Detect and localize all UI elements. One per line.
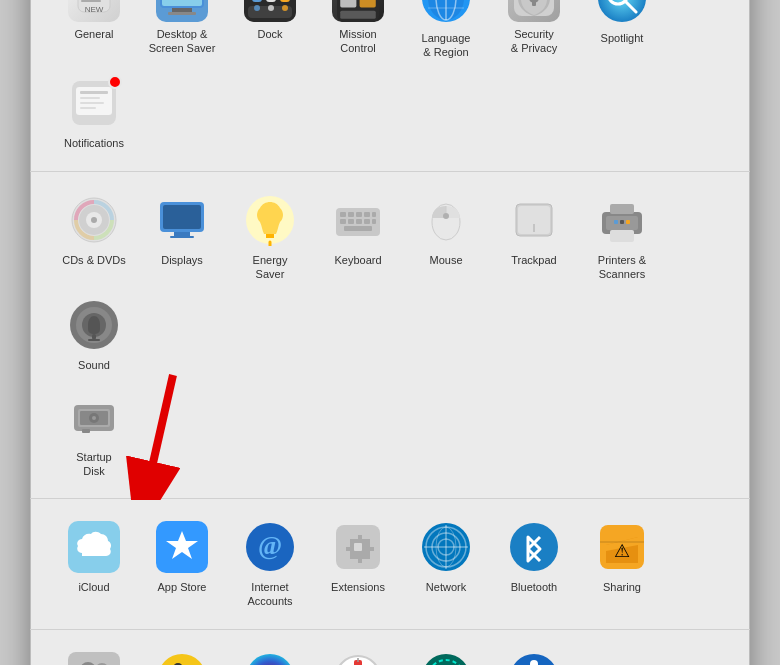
pref-item-startup-disk[interactable]: StartupDisk <box>50 381 138 487</box>
pref-item-trackpad[interactable]: Trackpad <box>490 184 578 290</box>
svg-rect-63 <box>364 219 370 224</box>
parental-controls-icon <box>154 650 210 665</box>
displays-icon <box>154 192 210 248</box>
trackpad-icon <box>506 192 562 248</box>
printers-label: Printers &Scanners <box>598 253 646 282</box>
pref-item-internet-accounts[interactable]: @ InternetAccounts <box>226 511 314 617</box>
svg-point-112 <box>158 654 206 665</box>
language-label: Language& Region <box>422 31 471 60</box>
pref-item-users-groups[interactable]: Users &Groups <box>50 642 138 665</box>
spotlight-label: Spotlight <box>601 31 644 45</box>
pref-item-date-time[interactable]: 18 Date & Time <box>314 642 402 665</box>
internet-accounts-icon: @ <box>242 519 298 575</box>
mission-icon <box>332 0 384 22</box>
svg-rect-77 <box>620 220 624 224</box>
pref-item-accessibility[interactable]: Accessibility <box>490 642 578 665</box>
app-store-label: App Store <box>158 580 207 594</box>
svg-rect-59 <box>372 212 376 217</box>
pref-item-time-machine[interactable]: TimeMachine <box>402 642 490 665</box>
date-time-icon: 18 <box>330 650 386 665</box>
hardware-items-grid: CDs & DVDs Displays <box>50 184 730 381</box>
network-icon <box>418 519 474 575</box>
pref-item-mouse[interactable]: Mouse <box>402 184 490 290</box>
svg-point-88 <box>92 416 96 420</box>
dock-icon <box>244 0 296 22</box>
sound-label: Sound <box>78 358 110 372</box>
svg-rect-57 <box>356 212 362 217</box>
spotlight-icon <box>594 0 650 26</box>
pref-item-siri[interactable]: Siri <box>226 642 314 665</box>
svg-point-18 <box>254 5 260 11</box>
pref-item-bluetooth[interactable]: Bluetooth <box>490 511 578 617</box>
svg-point-68 <box>443 213 449 219</box>
security-label: Security& Privacy <box>511 27 557 56</box>
pref-item-sharing[interactable]: ⚠ Sharing <box>578 511 666 617</box>
svg-rect-89 <box>82 429 90 433</box>
system-items-grid: Users &Groups Pare <box>50 642 730 665</box>
svg-rect-75 <box>610 230 634 242</box>
pref-item-security[interactable]: Security& Privacy <box>490 0 578 67</box>
svg-rect-60 <box>340 219 346 224</box>
svg-rect-64 <box>372 219 376 224</box>
pref-item-spotlight[interactable]: Spotlight <box>578 0 666 67</box>
startup-icon <box>66 389 122 445</box>
svg-rect-25 <box>360 0 376 7</box>
system-preferences-window: ‹ › System Preferences 🔍 <box>30 0 750 665</box>
cds-label: CDs & DVDs <box>62 253 126 267</box>
svg-rect-9 <box>162 0 202 6</box>
pref-item-sound[interactable]: Sound <box>50 289 138 380</box>
svg-rect-78 <box>626 220 630 224</box>
svg-text:⚠: ⚠ <box>614 541 630 561</box>
sharing-icon: ⚠ <box>594 519 650 575</box>
pref-item-keyboard[interactable]: Keyboard <box>314 184 402 290</box>
svg-rect-76 <box>614 220 618 224</box>
pref-item-icloud[interactable]: iCloud <box>50 511 138 617</box>
pref-item-displays[interactable]: Displays <box>138 184 226 290</box>
svg-rect-26 <box>340 10 376 18</box>
pref-item-cds-dvds[interactable]: CDs & DVDs <box>50 184 138 290</box>
svg-rect-50 <box>174 232 190 236</box>
sharing-label: Sharing <box>603 580 641 594</box>
svg-rect-109 <box>68 652 120 665</box>
printers-icon <box>594 192 650 248</box>
svg-point-103 <box>510 523 558 571</box>
svg-rect-40 <box>80 91 108 94</box>
pref-item-notifications[interactable]: Notifications <box>50 67 138 158</box>
pref-item-desktop[interactable]: Desktop &Screen Saver <box>138 0 226 67</box>
pref-item-extensions[interactable]: Extensions <box>314 511 402 617</box>
extensions-label: Extensions <box>331 580 385 594</box>
cds-icon <box>66 192 122 248</box>
pref-item-network[interactable]: Network <box>402 511 490 617</box>
pref-item-app-store[interactable]: App Store <box>138 511 226 617</box>
svg-rect-55 <box>340 212 346 217</box>
accessibility-icon <box>506 650 562 665</box>
svg-rect-51 <box>170 236 194 238</box>
pref-item-energy[interactable]: EnergySaver <box>226 184 314 290</box>
general-label: General <box>74 27 113 41</box>
svg-text:NEW: NEW <box>85 5 104 14</box>
mouse-label: Mouse <box>429 253 462 267</box>
system-section: Users &Groups Pare <box>30 630 750 665</box>
trackpad-label: Trackpad <box>511 253 556 267</box>
startup-label: StartupDisk <box>76 450 111 479</box>
pref-item-general[interactable]: NEW General <box>50 0 138 67</box>
network-label: Network <box>426 580 466 594</box>
svg-rect-62 <box>356 219 362 224</box>
svg-rect-58 <box>364 212 370 217</box>
pref-item-dock[interactable]: Dock <box>226 0 314 67</box>
svg-point-19 <box>268 5 274 11</box>
svg-rect-43 <box>80 107 96 109</box>
sound-icon <box>66 297 122 353</box>
general-icon: NEW <box>68 0 120 22</box>
pref-item-parental-controls[interactable]: ParentalControls <box>138 642 226 665</box>
internet-items-grid: iCloud App Store @ <box>50 511 730 617</box>
svg-rect-49 <box>163 205 201 229</box>
pref-item-printers[interactable]: Printers &Scanners <box>578 184 666 290</box>
keyboard-label: Keyboard <box>334 253 381 267</box>
personal-items-grid: NEW General De <box>50 0 730 159</box>
pref-item-mission-control[interactable]: MissionControl <box>314 0 402 67</box>
svg-point-47 <box>91 217 97 223</box>
pref-item-language[interactable]: Language& Region <box>402 0 490 67</box>
time-machine-icon <box>418 650 474 665</box>
energy-icon <box>242 192 298 248</box>
